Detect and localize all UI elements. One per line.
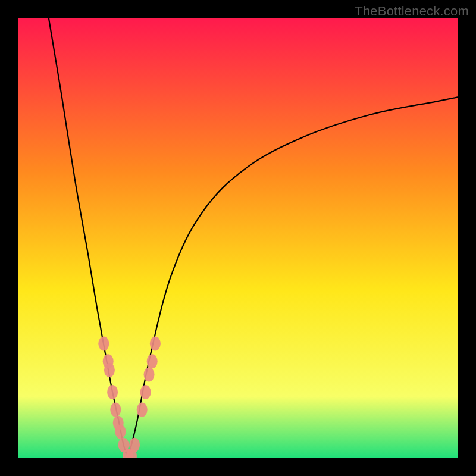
scatter-point [98,337,109,351]
scatter-point [129,438,140,452]
scatter-point [144,367,155,381]
scatter-point [137,403,148,417]
scatter-point [140,385,151,399]
scatter-point [110,403,121,417]
scatter-point [150,337,161,351]
watermark-text: TheBottleneck.com [355,4,469,19]
gradient-background [18,18,458,458]
plot-area [18,18,458,458]
chart-svg [18,18,458,458]
scatter-point [104,363,115,377]
scatter-point [115,425,126,439]
scatter-point [147,354,158,368]
scatter-point [107,385,118,399]
chart-frame: TheBottleneck.com [0,0,476,476]
